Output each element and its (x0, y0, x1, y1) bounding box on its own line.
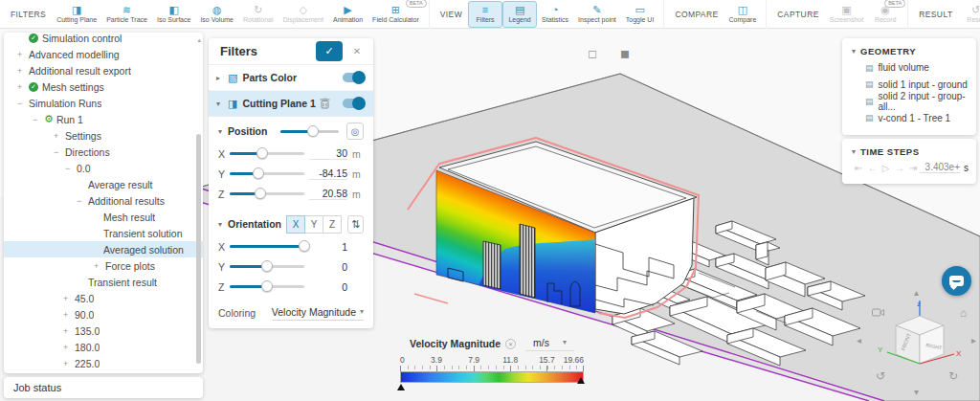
flip-normal-button[interactable]: ⇅ (347, 215, 364, 234)
compare-button[interactable]: ◫Compare (724, 1, 762, 28)
pan-right-icon[interactable]: ▸ (971, 335, 976, 345)
tree-item-90-0[interactable]: +90.0 (4, 306, 203, 323)
tree-item-mesh-settings[interactable]: +✓Mesh settings (4, 78, 203, 95)
tree-item-225-0[interactable]: +225.0 (4, 355, 203, 371)
filters-toggle-button[interactable]: ≡Filters (468, 1, 502, 28)
position-section-header[interactable]: ▾ Position ◎ (209, 119, 373, 144)
position-master-slider[interactable] (280, 130, 339, 133)
expander-icon[interactable]: + (63, 294, 75, 303)
displacement-button[interactable]: ◇Displacement (278, 1, 328, 28)
tree-item-135-0[interactable]: +135.0 (4, 323, 203, 339)
close-button[interactable]: ✕ (348, 43, 366, 60)
tree-item-averaged-solution[interactable]: Averaged solution (4, 241, 203, 257)
expander-icon[interactable]: + (63, 310, 75, 320)
orientation-z-button[interactable]: Z (323, 215, 342, 234)
orientation-y-value[interactable]: 0 (309, 261, 347, 273)
orientation-z-slider[interactable] (230, 285, 304, 288)
cutting-plane-toggle[interactable] (343, 99, 364, 108)
legend-color-bar[interactable] (400, 371, 584, 383)
orientation-y-button[interactable]: Y (304, 215, 323, 234)
record-button[interactable]: BETA◉Record (868, 1, 902, 28)
slider-knob[interactable] (299, 240, 310, 252)
chevron-down-icon[interactable]: ▾ (852, 47, 856, 56)
chevron-down-icon[interactable]: ▾ (218, 220, 228, 229)
time-steps-header[interactable]: ▾ TIME STEPS (842, 143, 976, 160)
first-step-icon[interactable]: ⇤ (852, 163, 865, 173)
slider-knob[interactable] (261, 260, 273, 272)
tree-item-transient-solution[interactable]: Transient solution (4, 225, 203, 241)
position-y-value[interactable]: -84.15 (309, 167, 347, 180)
tree-item-advanced-modelling[interactable]: +Advanced modelling (4, 46, 203, 62)
field-calculator-button[interactable]: BETA⊞Field Calculator (368, 1, 424, 28)
orientation-x-value[interactable]: 1 (309, 241, 347, 253)
expander-icon[interactable]: − (54, 147, 65, 157)
orientation-z-value[interactable]: 0 (309, 281, 347, 293)
orientation-x-slider[interactable] (230, 245, 304, 248)
tree-item-run-1[interactable]: −⚙Run 1 (4, 111, 203, 127)
expander-icon[interactable]: − (17, 99, 29, 108)
reset-button[interactable]: ↺Reset (958, 1, 980, 28)
cutting-plane-button[interactable]: ◨Cutting Plane (52, 1, 101, 28)
expander-icon[interactable]: + (94, 261, 105, 271)
parts-color-toggle[interactable] (343, 73, 364, 82)
tree-item-average-result[interactable]: Average result (4, 176, 203, 192)
geometry-item-fluid-volume[interactable]: ▤fluid volume (842, 59, 976, 77)
unit-dropdown[interactable]: m/s ▾ (525, 337, 574, 351)
slider-knob[interactable] (256, 147, 268, 159)
iso-volume-button[interactable]: ◍Iso Volume (195, 1, 238, 28)
tree-item-force-plots[interactable]: +Force plots (4, 257, 203, 274)
pan-left-icon[interactable]: ◂ (857, 335, 861, 345)
previous-step-icon[interactable]: ← (865, 163, 879, 173)
statistics-button[interactable]: ◔Statistics (537, 1, 573, 28)
position-z-slider[interactable] (230, 192, 304, 195)
expander-icon[interactable]: + (17, 82, 29, 92)
tree-scrollbar[interactable] (196, 134, 201, 364)
expander-icon[interactable]: + (63, 343, 75, 352)
chevron-down-icon[interactable]: ▾ (852, 147, 856, 156)
remove-field-icon[interactable]: ✕ (505, 339, 516, 349)
inspect-point-button[interactable]: ✎Inspect point (573, 1, 621, 28)
expander-icon[interactable]: + (17, 50, 29, 59)
animation-button[interactable]: ▶Animation (328, 1, 368, 28)
expander-icon[interactable]: − (65, 164, 77, 173)
geometry-item-v-cond-1[interactable]: ▤v-cond 1 - Tree 1 (842, 110, 976, 127)
support-chat-button[interactable] (942, 266, 971, 296)
slider-knob[interactable] (253, 167, 264, 179)
pick-point-button[interactable]: ◎ (346, 123, 364, 140)
tree-item-simulation-runs[interactable]: −Simulation Runs (4, 95, 203, 111)
position-x-value[interactable]: 30 (309, 147, 347, 160)
tree-item-45-0[interactable]: +45.0 (4, 290, 203, 306)
expander-icon[interactable]: + (63, 359, 75, 368)
expander-icon[interactable]: + (54, 131, 65, 141)
tree-item-180-0[interactable]: +180.0 (4, 339, 203, 355)
tree-item-simulation-control[interactable]: ✓Simulation control (4, 33, 203, 46)
particle-trace-button[interactable]: ≋Particle Trace (101, 1, 152, 28)
trash-icon[interactable] (320, 98, 330, 109)
tree-item-additional-result-export[interactable]: +Additional result export (4, 62, 203, 78)
pan-down-icon[interactable]: ▾ (914, 387, 919, 397)
job-status-bar[interactable]: Job status (4, 377, 203, 398)
range-max-handle[interactable] (577, 377, 585, 384)
legend-toggle-button[interactable]: ▤Legend (502, 1, 537, 28)
geometry-header[interactable]: ▾ GEOMETRY (842, 42, 976, 59)
slider-knob[interactable] (261, 280, 273, 292)
expander-icon[interactable]: + (63, 326, 75, 336)
tree-item-0-0[interactable]: −0.0 (4, 160, 203, 176)
orientation-y-slider[interactable] (230, 265, 304, 268)
slider-knob[interactable] (255, 188, 266, 199)
chevron-down-icon[interactable]: ▾ (216, 100, 226, 108)
tree-item-mesh-result[interactable]: Mesh result (4, 209, 203, 225)
next-step-icon[interactable]: → (893, 163, 906, 173)
pan-up-icon[interactable]: ▴ (914, 287, 919, 298)
position-z-value[interactable]: 20.58 (309, 188, 347, 200)
range-min-handle[interactable] (397, 384, 405, 390)
navigation-cube[interactable]: z FRONT RIGHT X Y (876, 299, 964, 373)
chevron-right-icon[interactable]: ▸ (216, 74, 226, 82)
orientation-section-header[interactable]: ▾ Orientation X Y Z ⇅ (209, 212, 373, 236)
position-x-slider[interactable] (230, 152, 304, 155)
tree-item-transient-result[interactable]: Transient result (4, 274, 203, 290)
expander-icon[interactable]: + (17, 66, 29, 76)
coloring-dropdown[interactable]: Velocity Magnitude ▾ (272, 306, 364, 321)
cutting-plane-row[interactable]: ▾ ◨ Cutting Plane 1 (209, 91, 373, 117)
expander-icon[interactable]: − (77, 196, 88, 206)
